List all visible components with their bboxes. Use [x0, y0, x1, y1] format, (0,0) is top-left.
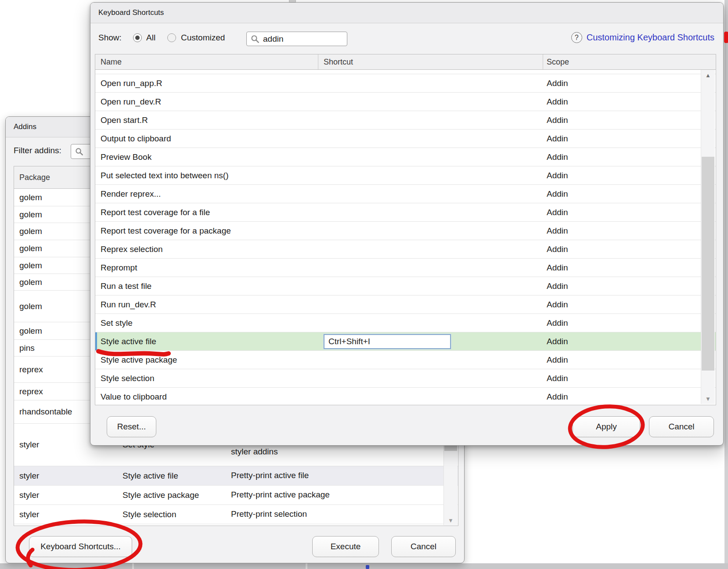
magnifier-icon — [75, 148, 83, 156]
scroll-down-icon[interactable]: ▼ — [444, 517, 458, 524]
shortcut-row-scope: Addin — [543, 152, 716, 162]
magnifier-icon — [251, 35, 259, 43]
shortcut-row-scope: Addin — [543, 79, 716, 88]
shortcut-row-name: Run a test file — [95, 281, 318, 291]
help-icon[interactable]: ? — [571, 32, 582, 43]
keyboard-shortcuts-dialog: Keyboard Shortcuts Show: All Customized … — [90, 2, 724, 446]
shortcut-row[interactable]: Style selectionAddin — [95, 369, 716, 388]
shortcuts-cancel-button[interactable]: Cancel — [649, 416, 714, 437]
shortcut-row-name: Run run_dev.R — [95, 300, 318, 310]
name-column-header[interactable]: Name — [95, 54, 318, 69]
shortcut-row[interactable]: Reprex selectionAddin — [95, 240, 716, 259]
addin-row[interactable]: stylerStyle selectionPretty-print select… — [14, 505, 458, 524]
apply-button-label: Apply — [596, 422, 617, 432]
shortcuts-cancel-button-label: Cancel — [668, 422, 694, 432]
scroll-up-icon[interactable]: ▲ — [701, 72, 715, 79]
background-blue-fragment — [366, 565, 369, 569]
radio-show-all[interactable] — [133, 33, 142, 42]
shortcut-row[interactable]: RepromptAddin — [95, 259, 716, 277]
shortcut-row[interactable]: Report test coverage for a fileAddin — [95, 203, 716, 222]
shortcut-row-name: Reprex selection — [95, 245, 318, 254]
addin-row-description: Pretty-print selection — [218, 505, 458, 524]
shortcut-row-name: Report test coverage for a file — [95, 208, 318, 217]
keyboard-shortcuts-button-label: Keyboard Shortcuts... — [40, 542, 121, 551]
shortcut-search-input[interactable]: addin — [246, 32, 347, 46]
addin-row-description: Pretty-print active file — [218, 466, 458, 485]
shortcut-row-scope: Addin — [543, 115, 716, 125]
shortcut-row-scope: Addin — [543, 392, 716, 402]
shortcut-search-value: addin — [263, 34, 284, 44]
addin-row[interactable]: stylerStyle active filePretty-print acti… — [14, 466, 458, 486]
execute-button-label: Execute — [331, 542, 361, 551]
shortcut-row-name: Style active package — [95, 355, 318, 365]
shortcuts-dialog-titlebar[interactable]: Keyboard Shortcuts — [90, 3, 723, 23]
shortcuts-scrollbar-thumb[interactable] — [702, 157, 714, 371]
shortcut-row[interactable]: Open run_app.RAddin — [95, 74, 716, 93]
shortcut-row-name: Reprompt — [95, 263, 318, 273]
radio-show-customized-label[interactable]: Customized — [181, 33, 225, 43]
partially-scrolled-row — [95, 70, 716, 74]
radio-show-customized[interactable] — [167, 33, 176, 42]
shortcut-row-name: Set style — [95, 318, 318, 328]
addin-row-package: styler — [14, 486, 117, 504]
shortcuts-table-header: Name Shortcut Scope — [95, 54, 716, 70]
shortcut-row[interactable]: Put selected text into between ns()Addin — [95, 166, 716, 185]
shortcut-edit-input[interactable]: Ctrl+Shift+I — [324, 334, 451, 349]
shortcut-row[interactable]: Style active fileCtrl+Shift+IAddin — [95, 332, 716, 351]
shortcuts-controls-row: Show: All Customized addin ? Customizing… — [90, 23, 723, 54]
background-window-edge — [724, 0, 728, 563]
shortcut-row[interactable]: Style active packageAddin — [95, 351, 716, 369]
shortcut-row[interactable]: Render reprex...Addin — [95, 185, 716, 203]
shortcut-row[interactable]: Output to clipboardAddin — [95, 130, 716, 148]
keyboard-shortcuts-button[interactable]: Keyboard Shortcuts... — [29, 536, 132, 557]
shortcut-row[interactable]: Preview BookAddin — [95, 148, 716, 166]
shortcut-row-name: Render reprex... — [95, 189, 318, 199]
shortcut-row[interactable]: Open run_dev.RAddin — [95, 93, 716, 111]
addin-row-package: styler — [14, 466, 117, 485]
addin-row-name: Style active package — [117, 486, 218, 504]
shortcut-row-name: Style active file — [95, 337, 318, 346]
shortcut-row[interactable]: Set styleAddin — [95, 314, 716, 332]
shortcut-column-header[interactable]: Shortcut — [318, 54, 543, 69]
addins-cancel-button[interactable]: Cancel — [391, 536, 456, 557]
background-window-bottom — [0, 563, 728, 569]
shortcut-row-scope: Addin — [543, 263, 716, 273]
background-divider — [132, 563, 134, 569]
shortcut-row-name: Open run_dev.R — [95, 97, 318, 107]
shortcut-row-scope: Addin — [543, 318, 716, 328]
shortcut-row[interactable]: Value to clipboardAddin — [95, 388, 716, 405]
shortcut-row-name: Output to clipboard — [95, 134, 318, 144]
shortcut-row[interactable]: Run a test fileAddin — [95, 277, 716, 295]
shortcuts-table: Name Shortcut Scope Open run_app.RAddinO… — [95, 54, 716, 405]
customizing-shortcuts-link[interactable]: Customizing Keyboard Shortcuts — [587, 32, 714, 43]
addins-dialog-title: Addins — [14, 122, 36, 131]
filter-addins-label: Filter addins: — [14, 146, 61, 155]
screenshot-page: Addins Filter addins: Package golemgolem… — [0, 0, 728, 569]
reset-button-label: Reset... — [117, 422, 146, 432]
shortcut-row[interactable]: Run run_dev.RAddin — [95, 295, 716, 314]
radio-show-all-label[interactable]: All — [146, 33, 155, 43]
shortcuts-table-body: Open run_app.RAddinOpen run_dev.RAddinOp… — [95, 74, 716, 405]
execute-button[interactable]: Execute — [312, 536, 379, 557]
reset-button[interactable]: Reset... — [107, 416, 156, 437]
shortcut-row-scope: Addin — [543, 171, 716, 180]
addin-row[interactable]: stylerStyle active packagePretty-print a… — [14, 486, 458, 505]
shortcut-row[interactable]: Report test coverage for a packageAddin — [95, 222, 716, 240]
shortcut-row-name: Open start.R — [95, 115, 318, 125]
shortcut-row-scope: Addin — [543, 245, 716, 254]
shortcut-row-binding: Ctrl+Shift+I — [318, 334, 543, 349]
show-label: Show: — [98, 33, 122, 43]
shortcuts-dialog-title: Keyboard Shortcuts — [98, 8, 164, 17]
addin-row-name: Style active file — [117, 466, 218, 485]
shortcut-row-name: Style selection — [95, 374, 318, 383]
addin-row-name: Style selection — [117, 505, 218, 524]
scroll-down-icon[interactable]: ▼ — [701, 396, 715, 402]
shortcut-row-scope: Addin — [543, 134, 716, 144]
shortcut-row-name: Put selected text into between ns() — [95, 171, 318, 180]
scope-column-header[interactable]: Scope — [543, 54, 716, 69]
apply-button[interactable]: Apply — [573, 416, 640, 437]
shortcut-row[interactable]: Open start.RAddin — [95, 111, 716, 130]
addin-row-description: Pretty-print active package — [218, 486, 458, 504]
shortcut-row-scope: Addin — [543, 226, 716, 236]
shortcuts-scrollbar[interactable]: ▲ ▼ — [701, 70, 715, 404]
